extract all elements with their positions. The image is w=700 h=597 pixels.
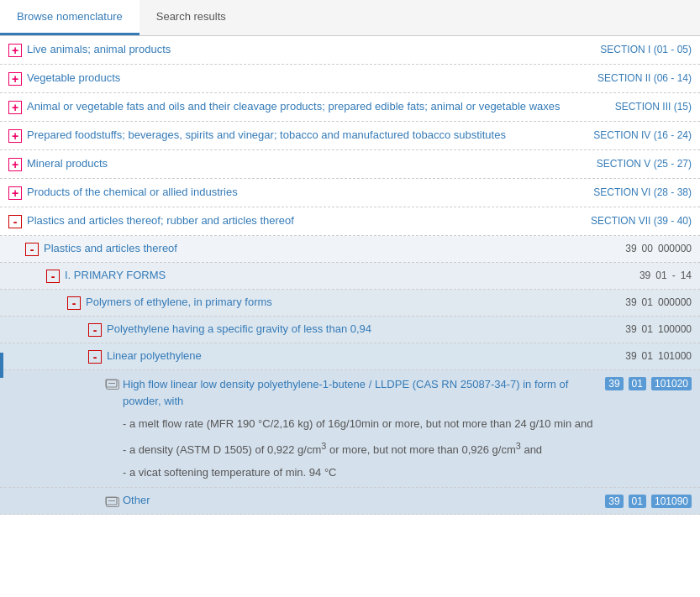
sub-row-primary-forms[interactable]: - I. PRIMARY FORMS 39 01 - 14 xyxy=(0,263,700,290)
sub-row-linear-polyethylene[interactable]: - Linear polyethylene 39 01 101000 xyxy=(0,343,700,370)
leaf-row-lldpe[interactable]: High flow linear low density polyethylen… xyxy=(0,370,700,488)
sub-row-polyethylene[interactable]: - Polyethylene having a specific gravity… xyxy=(0,317,700,343)
toggle-polymers[interactable]: - xyxy=(67,296,81,310)
code-block-lldpe: 39 01 101020 xyxy=(595,376,692,390)
section-row-live-animals[interactable]: + Live animals; animal products SECTION … xyxy=(0,36,700,65)
toggle-fats[interactable]: + xyxy=(8,101,22,114)
code-block-plastics-articles: 39 00 000000 xyxy=(595,242,692,254)
toggle-mineral[interactable]: + xyxy=(8,158,22,171)
toggle-plastics-articles[interactable]: - xyxy=(25,243,39,256)
code-block-linear-polyethylene: 39 01 101000 xyxy=(595,349,692,362)
tab-browse[interactable]: Browse nomenclature xyxy=(0,0,139,35)
leaf-icon-other xyxy=(105,495,118,508)
leaf-row-other[interactable]: Other 39 01 101090 xyxy=(0,488,700,515)
tab-search[interactable]: Search results xyxy=(139,0,243,35)
toggle-foodstuffs[interactable]: + xyxy=(8,129,22,143)
section-row-chemical[interactable]: + Products of the chemical or allied ind… xyxy=(0,179,700,207)
svg-rect-0 xyxy=(106,380,117,387)
toggle-polyethylene[interactable]: - xyxy=(88,323,102,337)
code-block-primary-forms: 39 01 - 14 xyxy=(595,269,692,281)
section-row-foodstuffs[interactable]: + Prepared foodstuffs; beverages, spirit… xyxy=(0,122,700,150)
toggle-vegetable[interactable]: + xyxy=(8,72,22,86)
code-block-polymers: 39 01 000000 xyxy=(595,296,692,308)
section-row-vegetable[interactable]: + Vegetable products SECTION II (06 - 14… xyxy=(0,65,700,93)
nomenclature-list: Browse nomenclature Search results + Liv… xyxy=(0,0,700,515)
svg-rect-2 xyxy=(106,497,117,505)
toggle-primary-forms[interactable]: - xyxy=(46,270,60,283)
toggle-live-animals[interactable]: + xyxy=(8,44,22,57)
tabs: Browse nomenclature Search results xyxy=(0,0,700,36)
toggle-plastics[interactable]: - xyxy=(8,215,22,228)
sub-row-plastics-articles[interactable]: - Plastics and articles thereof 39 00 00… xyxy=(0,236,700,263)
section-row-fats[interactable]: + Animal or vegetable fats and oils and … xyxy=(0,93,700,122)
toggle-linear-polyethylene[interactable]: - xyxy=(88,350,102,364)
code-block-polyethylene: 39 01 100000 xyxy=(595,322,692,335)
sub-row-polymers[interactable]: - Polymers of ethylene, in primary forms… xyxy=(0,290,700,317)
toggle-chemical[interactable]: + xyxy=(8,186,22,200)
leaf-icon-lldpe xyxy=(105,377,118,390)
section-row-plastics[interactable]: - Plastics and articles thereof; rubber … xyxy=(0,207,700,236)
code-block-other: 39 01 101090 xyxy=(595,494,692,508)
section-row-mineral[interactable]: + Mineral products SECTION V (25 - 27) xyxy=(0,150,700,179)
scroll-indicator xyxy=(0,353,3,378)
